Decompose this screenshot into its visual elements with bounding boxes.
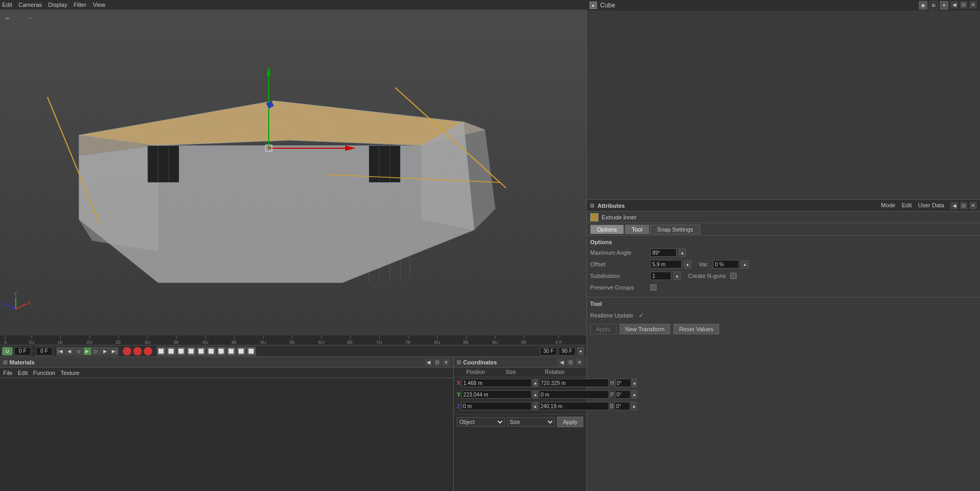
transport-next-key[interactable]: ▷ — [92, 347, 101, 355]
coord-x-rot[interactable] — [615, 379, 631, 387]
coord-y-rot[interactable] — [615, 390, 631, 399]
attrs-close-icon[interactable]: ✕ — [969, 202, 977, 209]
coord-x-pos-arrow[interactable]: ▲ — [533, 379, 538, 387]
start-frame-input[interactable] — [14, 347, 31, 355]
object-icon-3[interactable]: ✦ — [940, 1, 948, 9]
option-input-offset[interactable] — [650, 260, 682, 268]
transport-prev-end[interactable]: |◀ — [56, 347, 65, 355]
close-icon[interactable]: ✕ — [969, 1, 977, 8]
coords-arrow-icon[interactable]: ◀ — [558, 359, 565, 366]
coord-z-pos[interactable] — [462, 402, 532, 410]
icon-sq-7[interactable]: ⬜ — [217, 346, 226, 356]
record-btn-1[interactable] — [122, 346, 132, 356]
svg-text:5b: 5b — [289, 340, 295, 345]
option-input-var[interactable] — [713, 260, 739, 268]
svg-text:4U: 4U — [202, 340, 209, 345]
coord-size-dropdown[interactable]: Size Scale — [507, 417, 555, 427]
tool-title: Tool — [590, 301, 977, 307]
transport-play[interactable]: ▶ — [83, 347, 92, 355]
option-arrow-var[interactable]: ▲ — [741, 260, 749, 268]
option-arrow-offset[interactable]: ▲ — [684, 260, 691, 268]
coords-maximize-icon[interactable]: ⊡ — [567, 359, 574, 366]
attrs-panel-icon[interactable]: ◀ — [950, 202, 958, 209]
transport-next-end[interactable]: ▶| — [110, 347, 119, 355]
object-icon-2[interactable]: ⊞ — [929, 1, 938, 9]
option-input-subdivision[interactable] — [650, 272, 671, 280]
icon-sq-6[interactable]: ⬜ — [207, 346, 216, 356]
record-btn-2[interactable] — [133, 346, 142, 356]
mat-maximize-icon[interactable]: ⊡ — [434, 359, 441, 366]
panel-controls-icon[interactable]: ◀ — [950, 1, 958, 8]
mat-menu-edit[interactable]: Edit — [18, 370, 28, 376]
option-row-subdivision: Subdivision ▲ Create N-gons — [590, 271, 977, 281]
mat-close-icon[interactable]: ✕ — [443, 359, 450, 366]
subtab-snap[interactable]: Snap Settings — [650, 225, 700, 234]
coord-z-pos-arrow[interactable]: ▲ — [533, 402, 538, 410]
option-input-maxangle[interactable] — [650, 248, 677, 257]
apply-button[interactable]: Apply — [590, 324, 616, 334]
coords-close-icon[interactable]: ✕ — [576, 359, 583, 366]
object-icon-1[interactable]: ◉ — [919, 1, 927, 9]
record-btn-3[interactable] — [143, 346, 153, 356]
transport-prev-key[interactable]: ◁ — [74, 347, 83, 355]
coord-row-y: Y ▲ P ▲ — [454, 389, 586, 400]
maximize-icon[interactable]: ⊡ — [960, 1, 967, 8]
attrs-edit-tab[interactable]: Edit — [902, 202, 912, 209]
menu-display[interactable]: Display — [48, 2, 67, 8]
icon-sq-3[interactable]: ⬜ — [177, 346, 186, 356]
coord-mode-dropdown[interactable]: Object World — [457, 417, 505, 427]
attrs-maximize-icon[interactable]: ⊡ — [960, 202, 967, 209]
coord-z-rot-label: B — [610, 403, 614, 409]
icon-sq-4[interactable]: ⬜ — [187, 346, 196, 356]
transport-prev-frame[interactable]: ◀ — [65, 347, 74, 355]
end-frame-arrow[interactable]: ▲ — [577, 347, 584, 355]
coord-y-pos[interactable] — [462, 390, 532, 399]
plugin-icon — [590, 213, 599, 222]
subtab-options[interactable]: Options — [590, 225, 624, 234]
subtab-tool[interactable]: Tool — [625, 225, 649, 234]
icon-sq-1[interactable]: ⬜ — [156, 346, 166, 356]
coord-size-header: Size — [506, 369, 544, 375]
icon-sq-10[interactable]: ⬜ — [247, 346, 256, 356]
coord-z-size[interactable] — [539, 402, 609, 410]
current-frame-input[interactable] — [36, 347, 53, 355]
coord-y-pos-arrow[interactable]: ▲ — [533, 390, 538, 399]
menu-view[interactable]: View — [93, 2, 105, 8]
svg-text:4b: 4b — [231, 340, 237, 345]
preservegroups-checkbox[interactable] — [650, 284, 656, 291]
option-arrow-maxangle[interactable]: ▲ — [679, 248, 686, 257]
coord-x-size[interactable] — [539, 379, 609, 387]
coord-x-pos[interactable] — [462, 379, 532, 387]
options-title: Options — [590, 239, 977, 245]
menu-cameras[interactable]: Cameras — [18, 2, 42, 8]
coord-rot-header: Rotation — [545, 369, 583, 375]
icon-sq-5[interactable]: ⬜ — [197, 346, 206, 356]
mat-menu-texture[interactable]: Texture — [61, 370, 80, 376]
tool-section: Tool Realtime Update ✓ Apply New Transfo… — [587, 297, 980, 338]
coord-y-size[interactable] — [539, 390, 609, 399]
icon-sq-9[interactable]: ⬜ — [237, 346, 246, 356]
svg-text:Z: Z — [1, 301, 4, 307]
attrs-userdata-tab[interactable]: User Data — [918, 202, 944, 209]
coord-apply-button[interactable]: Apply — [557, 417, 583, 427]
mat-menu-function[interactable]: Function — [33, 370, 55, 376]
mat-menu-file[interactable]: File — [3, 370, 13, 376]
icon-sq-2[interactable]: ⬜ — [166, 346, 176, 356]
transport-next-frame[interactable]: ▶ — [101, 347, 110, 355]
end-frame-input[interactable] — [558, 347, 575, 355]
option-arrow-subdivision[interactable]: ▲ — [673, 272, 681, 280]
new-transform-button[interactable]: New Transform — [620, 324, 671, 334]
ngons-checkbox[interactable] — [730, 273, 737, 279]
menu-edit[interactable]: Edit — [2, 2, 12, 8]
coord-z-rot-arrow[interactable]: ▲ — [631, 402, 636, 410]
attrs-mode-tab[interactable]: Mode — [881, 202, 896, 209]
coord-y-rot-arrow[interactable]: ▲ — [632, 390, 637, 399]
reset-values-button[interactable]: Reset Values — [673, 324, 719, 334]
mat-arrow-icon[interactable]: ◀ — [425, 359, 432, 366]
fps-input[interactable] — [540, 347, 557, 355]
menu-filter[interactable]: Filter — [74, 2, 86, 8]
coord-z-rot[interactable] — [614, 402, 630, 410]
coord-x-rot-arrow[interactable]: ▲ — [632, 379, 638, 387]
icon-sq-8[interactable]: ⬜ — [227, 346, 236, 356]
ngons-label: Create N-gons — [688, 273, 726, 279]
